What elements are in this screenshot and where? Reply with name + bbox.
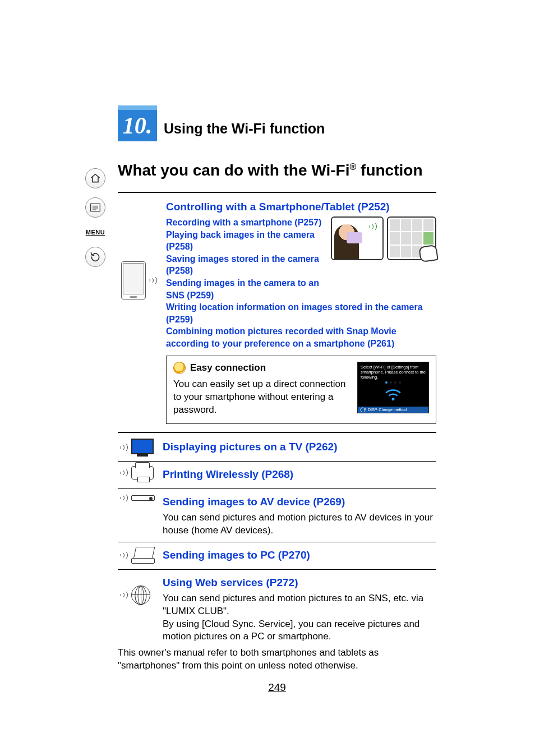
- av-description: You can send pictures and motion picture…: [163, 511, 436, 537]
- link-controlling-smartphone[interactable]: Controlling with a Smartphone/Tablet (P2…: [166, 201, 436, 213]
- link-saving-images[interactable]: Saving images stored in the camera (P258…: [166, 253, 322, 277]
- contents-icon[interactable]: [85, 197, 105, 218]
- link-playback-camera[interactable]: Playing back images in the camera (P258): [166, 229, 322, 253]
- camera-screen-illustration: Select [Wi-Fi] of [Settings] from smartp…: [357, 362, 429, 413]
- footnote: This owner's manual refer to both smartp…: [118, 647, 436, 672]
- link-web-services[interactable]: Using Web services (P272): [163, 577, 436, 589]
- back-arrow-icon: [360, 407, 366, 412]
- pc-icon: [118, 547, 156, 564]
- nav-sidebar: MENU: [82, 168, 108, 267]
- easy-connection-title: Easy connection: [190, 362, 266, 375]
- easy-connection-box: Easy connection You can easily set up a …: [166, 356, 436, 424]
- chapter-title: Using the Wi-Fi function: [164, 121, 325, 141]
- wifi-icon: [147, 276, 158, 285]
- av-device-icon: [118, 494, 156, 503]
- link-printing-wirelessly[interactable]: Printing Wirelessly (P268): [163, 468, 436, 481]
- link-display-tv[interactable]: Displaying pictures on a TV (P262): [163, 441, 436, 453]
- smartphone-illustration: [121, 261, 158, 299]
- link-sending-sns[interactable]: Sending images in the camera to an SNS (…: [166, 277, 322, 301]
- link-sending-pc[interactable]: Sending images to PC (P270): [163, 549, 436, 561]
- tip-bulb-icon: [173, 362, 186, 374]
- web-description-2: By using [Cloud Sync. Service], you can …: [163, 618, 436, 644]
- globe-icon: [118, 574, 156, 605]
- tv-icon: [118, 439, 156, 457]
- hand-icon: [418, 245, 439, 262]
- easy-connection-body: You can easily set up a direct connectio…: [173, 378, 352, 417]
- menu-link[interactable]: MENU: [86, 229, 105, 236]
- chapter-number-box: 10.: [118, 105, 157, 141]
- controlling-illustration: [331, 216, 436, 260]
- link-recording-smartphone[interactable]: Recording with a smartphone (P257): [166, 216, 322, 229]
- svg-point-4: [391, 397, 394, 400]
- link-writing-location[interactable]: Writing location information on images s…: [166, 301, 436, 325]
- printer-icon: [118, 466, 156, 480]
- link-combining-snap-movie[interactable]: Combining motion pictures recorded with …: [166, 325, 436, 349]
- web-description-1: You can send pictures and motion picture…: [163, 592, 436, 618]
- page-number: 249: [118, 681, 436, 694]
- link-sending-av[interactable]: Sending images to AV device (P269): [163, 496, 436, 508]
- home-icon[interactable]: [85, 168, 105, 188]
- back-icon[interactable]: [85, 247, 105, 267]
- page-content: 10. Using the Wi-Fi function What you ca…: [118, 105, 436, 694]
- wifi-icon: [384, 387, 403, 402]
- page-title: What you can do with the Wi-Fi® function: [118, 162, 436, 179]
